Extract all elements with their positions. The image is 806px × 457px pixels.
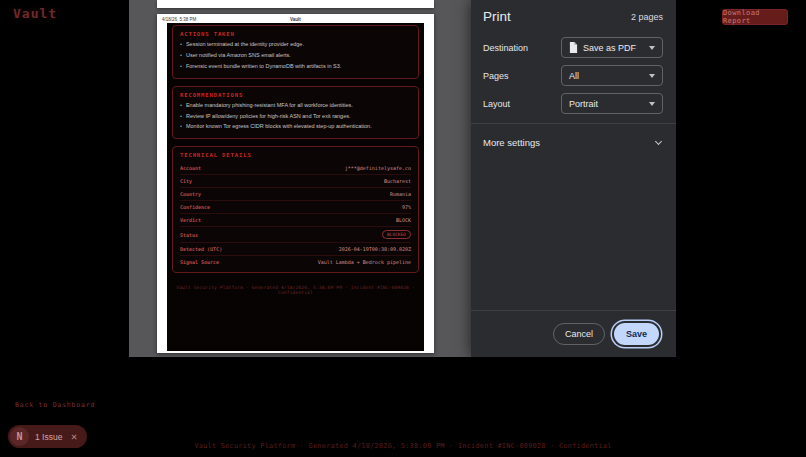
- table-row: Country Romania: [180, 188, 411, 201]
- pages-label: Pages: [483, 71, 561, 81]
- tech-row-value: Vault Lambda + Bedrock pipeline: [318, 259, 411, 265]
- table-row: Signal Source Vault Lambda + Bedrock pip…: [180, 256, 411, 268]
- status-footer: Vault Security Platform · Generated 4/18…: [0, 442, 806, 450]
- download-report-button[interactable]: Download Report: [722, 9, 788, 25]
- tech-row-value: j***@definitelysafe.co: [345, 165, 411, 171]
- pages-select[interactable]: All: [561, 65, 663, 86]
- save-button[interactable]: Save: [614, 323, 659, 345]
- table-row: Confidence 97%: [180, 201, 411, 214]
- list-item: Session terminated at the identity provi…: [180, 41, 411, 48]
- tech-row-value: BLOCK: [396, 217, 411, 223]
- tech-row-label: Confidence: [180, 204, 210, 210]
- dropdown-caret-icon: [649, 74, 655, 78]
- print-dialog-header: Print 2 pages: [471, 0, 676, 24]
- close-icon[interactable]: ✕: [70, 432, 77, 442]
- list-item: User notified via Amazon SNS email alert…: [180, 52, 411, 59]
- print-dialog-title: Print: [483, 9, 511, 24]
- table-row: Detected (UTC) 2026-04-19T00:38:09.020Z: [180, 243, 411, 256]
- list-item: Forensic event bundle written to DynamoD…: [180, 63, 411, 70]
- more-settings-label: More settings: [483, 137, 540, 148]
- preview-page-2: 4/18/26, 5:38 PM Vault ACTIONS TAKEN Ses…: [157, 14, 434, 353]
- dropdown-caret-icon: [649, 102, 655, 106]
- tech-row-value: 97%: [402, 204, 411, 210]
- tech-row-label: Detected (UTC): [180, 246, 222, 252]
- app-root: Vault Download Report Back to Dashboard …: [0, 0, 806, 457]
- layout-label: Layout: [483, 99, 561, 109]
- tech-row-label: Signal Source: [180, 259, 219, 265]
- tech-row-label: Account: [180, 165, 201, 171]
- technical-details-card: TECHNICAL DETAILS Account j***@definitel…: [172, 146, 419, 273]
- pages-value: All: [569, 71, 644, 81]
- layout-select[interactable]: Portrait: [561, 93, 663, 114]
- cancel-button[interactable]: Cancel: [553, 323, 605, 345]
- layout-value: Portrait: [569, 99, 644, 109]
- table-row: Account j***@definitelysafe.co: [180, 162, 411, 175]
- tech-row-label: Status: [180, 232, 198, 238]
- status-badge: BLOCKED: [382, 230, 411, 239]
- tech-row-label: City: [180, 178, 192, 184]
- report-footer-line: Vault Security Platform · Generated 4/18…: [172, 285, 419, 295]
- destination-label: Destination: [483, 43, 561, 53]
- chevron-down-icon: [655, 137, 662, 144]
- print-page-header: 4/18/26, 5:38 PM Vault: [157, 14, 434, 23]
- destination-select[interactable]: Save as PDF: [561, 37, 663, 58]
- page-count-label: 2 pages: [631, 12, 663, 22]
- dialog-divider: [471, 123, 676, 124]
- preview-page-1-partial: [157, 0, 434, 8]
- destination-field: Destination Save as PDF: [471, 37, 676, 58]
- table-row: Verdict BLOCK: [180, 214, 411, 227]
- section-title: RECOMMENDATIONS: [180, 92, 411, 98]
- list-item: Enable mandatory phishing-resistant MFA …: [180, 102, 411, 109]
- back-to-dashboard-link[interactable]: Back to Dashboard: [15, 401, 95, 409]
- actions-taken-card: ACTIONS TAKEN Session terminated at the …: [172, 25, 419, 79]
- section-title: TECHNICAL DETAILS: [180, 152, 411, 158]
- tech-row-value: Bucharest: [384, 178, 411, 184]
- section-title: ACTIONS TAKEN: [180, 31, 411, 37]
- layout-field: Layout Portrait: [471, 93, 676, 114]
- tech-row-label: Country: [180, 191, 201, 197]
- dialog-footer: Cancel Save: [471, 310, 676, 357]
- tech-row-value: 2026-04-19T00:38:09.020Z: [339, 246, 411, 252]
- table-row: City Bucharest: [180, 175, 411, 188]
- pdf-file-icon: [569, 42, 578, 53]
- page-header-title: Vault: [157, 17, 434, 22]
- report-document: ACTIONS TAKEN Session terminated at the …: [167, 23, 424, 351]
- tech-row-value: Romania: [390, 191, 411, 197]
- more-settings-toggle[interactable]: More settings: [471, 137, 676, 148]
- dropdown-caret-icon: [649, 46, 655, 50]
- recommendations-card: RECOMMENDATIONS Enable mandatory phishin…: [172, 86, 419, 140]
- vault-logo: Vault: [13, 6, 57, 21]
- list-item: Review IP allow/deny policies for high-r…: [180, 113, 411, 120]
- tech-row-label: Verdict: [180, 217, 201, 223]
- list-item: Monitor known Tor egress CIDR blocks wit…: [180, 123, 411, 130]
- print-dialog: Print 2 pages Destination Save as PDF Pa…: [471, 0, 676, 357]
- print-preview-area[interactable]: 4/18/26, 5:38 PM Vault ACTIONS TAKEN Ses…: [129, 0, 471, 357]
- destination-value: Save as PDF: [583, 43, 644, 53]
- pages-field: Pages All: [471, 65, 676, 86]
- issue-count-label: 1 Issue: [35, 432, 62, 442]
- table-row: Status BLOCKED: [180, 227, 411, 243]
